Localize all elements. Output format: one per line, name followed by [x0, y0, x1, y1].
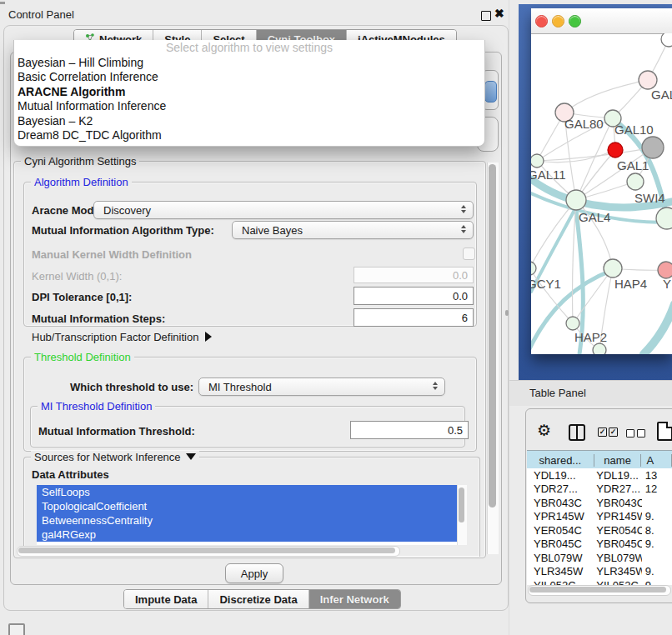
mi-threshold-value: 0.5 — [448, 424, 463, 437]
table-row[interactable]: YDR27...YDR27...12 — [527, 482, 672, 497]
float-window-icon[interactable] — [481, 11, 491, 21]
network-node-swi4[interactable] — [656, 208, 672, 229]
dpi-tolerance-field[interactable]: 0.0 — [354, 287, 474, 305]
network-node[interactable] — [642, 137, 664, 158]
network-node-hap2[interactable] — [566, 317, 579, 330]
zoom-traffic-light-icon[interactable] — [569, 15, 581, 28]
expander-right-icon — [205, 332, 212, 342]
dpi-tolerance-value: 0.0 — [453, 290, 468, 302]
table-row[interactable]: YPR145WYPR145W9. — [527, 510, 672, 524]
columns-icon[interactable] — [569, 424, 585, 441]
table-row[interactable]: YBR043CYBR043C — [527, 496, 672, 510]
tab-label: Discretize Data — [219, 593, 297, 606]
group-title: MI Threshold Definition — [38, 400, 155, 412]
attribute-item-gal4rgexp[interactable]: gal4RGexp — [37, 528, 457, 542]
collapsed-panel-icon[interactable] — [8, 623, 25, 635]
new-table-icon[interactable] — [657, 422, 672, 441]
sources-hscrollbar-thumb[interactable] — [18, 548, 395, 553]
table-body: YDL19...YDL19...13YDR27...YDR27...12YBR0… — [527, 468, 672, 585]
network-node[interactable] — [608, 142, 623, 158]
deselect-all-checks-icon[interactable] — [626, 429, 645, 438]
aracne-mode-value: Discovery — [103, 204, 151, 217]
hub-definition-expander[interactable]: Hub/Transcription Factor Definition — [32, 331, 212, 343]
mi-steps-label: Mutual Information Steps: — [32, 312, 165, 325]
attribute-item-betweennesscentrality[interactable]: BetweennessCentrality — [37, 513, 457, 528]
mi-algorithm-type-select[interactable]: Naive Bayes — [232, 221, 474, 239]
select-all-checks-icon[interactable]: ✓✓ — [598, 428, 618, 437]
network-canvas[interactable]: GALGAL80GAL10GAL1GAL11SWI4GAL4GCY1HAP4YH… — [531, 33, 672, 354]
network-node-y[interactable] — [658, 262, 672, 278]
table-row[interactable]: YIL052CYIL052C9 — [527, 578, 672, 585]
table-cell: YLR345W — [594, 565, 642, 578]
settings-scrollbar-thumb[interactable] — [489, 164, 496, 508]
stepper-arrows-icon — [461, 205, 466, 213]
attribute-item-topologicalcoefficient[interactable]: TopologicalCoefficient — [37, 499, 457, 513]
panel-divider[interactable] — [509, 0, 509, 635]
hub-definition-label: Hub/Transcription Factor Definition — [32, 331, 198, 343]
table-header-row[interactable]: shared...nameA — [527, 450, 672, 470]
column-header[interactable]: name — [594, 454, 642, 467]
close-traffic-light-icon[interactable] — [535, 15, 548, 28]
sources-title-label: Sources for Network Inference — [34, 451, 181, 463]
apply-button[interactable]: Apply — [225, 563, 283, 583]
network-node-gcy1[interactable] — [531, 262, 536, 275]
tab-impute-data[interactable]: Impute Data — [124, 590, 208, 608]
network-node-hap4[interactable] — [604, 259, 622, 278]
node-label: GAL4 — [579, 210, 610, 224]
table-row[interactable]: YBL079WYBL079W — [527, 551, 672, 565]
tab-infer-network[interactable]: Infer Network — [309, 590, 400, 608]
mi-threshold-label: Mutual Information Threshold: — [38, 425, 195, 438]
mi-steps-field[interactable]: 6 — [354, 308, 474, 327]
network-node-gal[interactable] — [639, 71, 657, 89]
menu-item-dream8-dc-tdc-algorithm[interactable]: Dream8 DC_TDC Algorithm — [14, 128, 484, 142]
network-node-gal1[interactable] — [627, 173, 644, 190]
list-scrollbar-thumb[interactable] — [459, 488, 464, 522]
node-label: GAL — [651, 88, 672, 102]
node-label: HAP2 — [574, 330, 607, 344]
table-panel-title: Table Panel — [529, 387, 586, 399]
table-cell: YER054C — [594, 524, 642, 537]
menu-item-basic-correlation-inference[interactable]: Basic Correlation Inference — [14, 70, 484, 84]
divider-handle[interactable] — [505, 310, 509, 316]
menu-item-aracne-algorithm[interactable]: ARACNE Algorithm — [14, 85, 484, 99]
network-window-titlebar[interactable] — [531, 8, 672, 34]
apply-label: Apply — [241, 568, 268, 580]
table-cell: YBR043C — [527, 497, 594, 509]
node-label: GAL11 — [531, 168, 566, 182]
table-row[interactable]: YDL19...YDL19...13 — [527, 468, 672, 482]
tab-discretize-data[interactable]: Discretize Data — [208, 590, 308, 608]
dpi-tolerance-label: DPI Tolerance [0,1]: — [32, 291, 132, 303]
aracne-mode-select[interactable]: Discovery — [93, 201, 474, 219]
manual-kernel-label: Manual Kernel Width Definition — [32, 248, 192, 261]
table-hscrollbar-thumb[interactable] — [529, 587, 666, 592]
manual-kernel-checkbox[interactable] — [463, 248, 475, 260]
table-row[interactable]: YER054CYER054C8. — [527, 523, 672, 538]
sources-group-title[interactable]: Sources for Network Inference — [31, 451, 199, 463]
mi-threshold-field[interactable]: 0.5 — [350, 421, 469, 439]
gear-icon[interactable]: ⚙ — [537, 421, 551, 440]
table-cell: YDL19... — [527, 469, 594, 482]
table-cell: 8. — [642, 524, 672, 537]
menu-item-bayesian-k2[interactable]: Bayesian – K2 — [14, 114, 484, 128]
minimize-traffic-light-icon[interactable] — [552, 15, 564, 28]
menu-item-bayesian-hill-climbing[interactable]: Bayesian – Hill Climbing — [14, 56, 484, 70]
table-row[interactable]: YBR045CYBR045C9. — [527, 538, 672, 552]
table-cell: 9 — [642, 579, 672, 585]
table-row[interactable]: YLR345WYLR345W9. — [527, 565, 672, 579]
column-header[interactable]: shared... — [527, 454, 594, 467]
network-node-gal11[interactable] — [531, 154, 544, 168]
attribute-item-selfloops[interactable]: SelfLoops — [37, 485, 457, 499]
table-cell: YIL052C — [527, 579, 594, 585]
table-cell: YBL079W — [527, 552, 594, 564]
network-node[interactable] — [661, 33, 672, 47]
menu-item-mutual-information-inference[interactable]: Mutual Information Inference — [14, 99, 484, 113]
column-header[interactable]: A — [641, 454, 672, 467]
table-cell: YBR045C — [527, 538, 594, 550]
network-edge — [573, 268, 613, 323]
stepper-arrows-icon — [433, 382, 438, 390]
which-threshold-select[interactable]: MI Threshold — [198, 378, 445, 396]
screen: Control Panel ✖ NetworkStyleSelectCyni T… — [0, 0, 672, 635]
network-node[interactable] — [593, 343, 606, 354]
close-icon[interactable]: ✖ — [494, 7, 504, 20]
network-node-gal4[interactable] — [566, 190, 586, 210]
